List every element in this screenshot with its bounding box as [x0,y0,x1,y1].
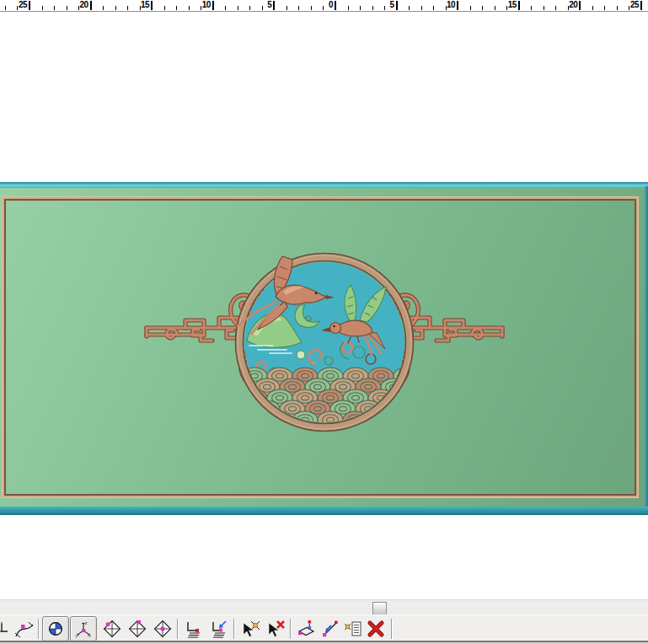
application-window: 2520151050510152025 [0,0,648,644]
horizontal-scrollbar-track[interactable] [0,599,648,615]
toolbar-separator [290,619,292,639]
view-plane-left-icon[interactable] [100,618,124,640]
panel-bottom-edge [0,507,648,515]
sphere-view-toggle-icon[interactable] [42,616,69,641]
vector-direction-icon[interactable] [319,618,341,640]
axis-origin-toggle-icon[interactable]: z y x [70,616,97,641]
delete-red-x-icon[interactable] [366,618,386,640]
horizontal-ruler: 2520151050510152025 [0,0,648,12]
ruler-label: 25 [622,0,639,9]
ruler-label: 0 [316,0,333,9]
toolbar-separator [38,619,40,639]
bottom-toolbar: z y x [0,614,648,641]
drawing-canvas[interactable] [0,12,648,599]
svg-text:x: x [88,634,91,638]
curve-node-tool-icon[interactable] [13,618,35,640]
horizontal-scrollbar-thumb[interactable] [372,602,387,615]
view-plane-center-icon[interactable] [151,618,174,640]
ruler-label: 15 [132,0,149,9]
toolbar-separator [233,619,235,639]
ruler-label: 25 [10,0,27,9]
ruler-label: 20 [72,0,88,9]
ruler-label: 10 [194,0,211,9]
ruler-label: 20 [560,0,577,9]
ruler-label: 5 [378,0,394,9]
ruler-label: 10 [438,0,455,9]
panel-top-edge [0,182,648,188]
edge-corner-partial-icon[interactable] [0,618,8,640]
toolbar-separator [177,619,179,639]
panel-right-edge [645,186,648,508]
drop-to-surface-icon[interactable] [207,618,231,640]
ruler-label: 15 [500,0,517,9]
view-plane-top-icon[interactable] [126,618,149,640]
align-to-surface-icon[interactable] [182,618,206,640]
svg-text:z: z [85,620,88,625]
toolbar-separator [391,619,393,639]
delete-point-cursor-icon[interactable] [264,618,287,640]
medallion-artwork [135,248,514,442]
ruler-label: 5 [254,0,271,9]
pick-list-icon[interactable] [342,618,364,640]
project-to-plane-icon[interactable] [295,618,317,640]
pick-point-cursor-icon[interactable] [238,618,262,640]
